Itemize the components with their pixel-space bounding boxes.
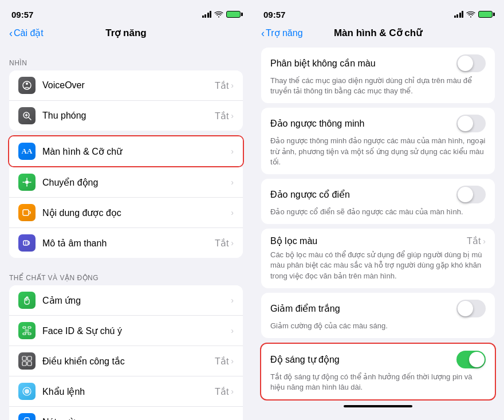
spoken-svg bbox=[22, 207, 32, 218]
color-filter-desc: Các bộ lọc màu có thể được sử dụng để gi… bbox=[270, 250, 486, 281]
siri-value: Tắt bbox=[215, 386, 229, 397]
touch-chevron-icon: › bbox=[231, 296, 234, 305]
zoom-svg bbox=[22, 111, 32, 121]
spoken-label: Nội dung được đọc bbox=[42, 207, 231, 218]
touch-icon bbox=[18, 292, 36, 309]
zoom-row[interactable]: Thu phóng Tắt › bbox=[9, 101, 243, 131]
switch-value: Tắt bbox=[215, 356, 229, 367]
spoken-icon bbox=[18, 204, 36, 221]
classic-invert-row: Đảo ngược cổ điển bbox=[270, 186, 486, 203]
display-highlighted-row[interactable]: AA Màn hình & Cỡ chữ › bbox=[8, 135, 244, 167]
reduce-white-item: Giảm điểm trắng Giảm cường độ của các mà… bbox=[261, 293, 495, 338]
svg-rect-11 bbox=[28, 327, 31, 328]
faceid-chevron-icon: › bbox=[231, 326, 234, 335]
right-nav-title: Màn hình & Cỡ chữ bbox=[334, 27, 422, 39]
color-filter-title: Bộ lọc màu bbox=[270, 235, 317, 246]
left-back-button[interactable]: ‹ Cài đặt bbox=[9, 28, 44, 38]
right-nav-bar: ‹ Trợ năng Màn hình & Cỡ chữ bbox=[252, 25, 504, 43]
zoom-label: Thu phóng bbox=[42, 111, 215, 121]
voiceover-chevron-icon: › bbox=[231, 81, 234, 90]
auto-brightness-row: Độ sáng tự động bbox=[270, 351, 486, 368]
touch-row[interactable]: Cảm ứng › bbox=[9, 285, 243, 316]
left-back-chevron-icon: ‹ bbox=[9, 28, 13, 38]
motion-row[interactable]: Chuyển động › bbox=[9, 167, 243, 198]
right-wifi-icon bbox=[466, 11, 475, 18]
svg-rect-7 bbox=[23, 210, 29, 215]
smart-invert-toggle[interactable] bbox=[456, 115, 486, 132]
battery-icon bbox=[226, 11, 241, 18]
switch-svg bbox=[22, 356, 32, 366]
color-filter-item[interactable]: Bộ lọc màu Tắt › Các bộ lọc màu có thể đ… bbox=[261, 229, 495, 288]
smart-invert-item: Đảo ngược thông minh Đảo ngược thông min… bbox=[261, 108, 495, 174]
touch-label: Cảm ứng bbox=[42, 295, 231, 306]
faceid-row[interactable]: Face ID & Sự chú ý › bbox=[9, 316, 243, 346]
color-filter-row: Bộ lọc màu Tắt › bbox=[270, 235, 486, 246]
reduce-white-toggle[interactable] bbox=[456, 300, 486, 317]
right-status-bar: 09:57 bbox=[252, 0, 504, 25]
color-blind-item: Phân biệt không cần màu Thay thế các mục… bbox=[261, 48, 495, 103]
color-blind-toggle[interactable] bbox=[456, 54, 486, 72]
auto-brightness-desc: Tắt độ sáng tự động có thể ảnh hưởng đến… bbox=[270, 372, 486, 392]
right-status-icons bbox=[454, 11, 493, 18]
faceid-label: Face ID & Sự chú ý bbox=[42, 325, 231, 336]
auto-brightness-toggle-thumb bbox=[469, 352, 485, 367]
nhin-group-2: Chuyển động › Nội dung được đọc › bbox=[9, 167, 243, 258]
voiceover-icon bbox=[18, 77, 36, 94]
switch-icon bbox=[18, 352, 36, 370]
sidebutton-chevron-icon: › bbox=[231, 417, 234, 420]
siri-icon bbox=[18, 383, 36, 400]
voiceover-label: VoiceOver bbox=[42, 80, 215, 91]
faceid-svg bbox=[22, 325, 32, 336]
svg-line-3 bbox=[29, 117, 31, 120]
left-status-bar: 09:57 bbox=[0, 0, 252, 25]
left-content: NHÌN VoiceOver Tắt › bbox=[0, 43, 252, 420]
zoom-value: Tắt bbox=[215, 111, 229, 121]
svg-rect-23 bbox=[25, 418, 29, 420]
svg-point-6 bbox=[25, 180, 29, 184]
right-content: Phân biệt không cần màu Thay thế các mục… bbox=[252, 43, 504, 420]
spoken-chevron-icon: › bbox=[231, 208, 234, 217]
svg-rect-13 bbox=[28, 333, 31, 335]
auto-brightness-toggle[interactable] bbox=[456, 351, 486, 368]
motion-chevron-icon: › bbox=[231, 178, 234, 187]
left-nav-bar: ‹ Cài đặt Trợ năng bbox=[0, 25, 252, 43]
motion-label: Chuyển động bbox=[42, 177, 231, 188]
left-panel: 09:57 ‹ Cài đặt Trợ năng NHÌN bbox=[0, 0, 252, 420]
classic-invert-toggle-thumb bbox=[458, 187, 473, 202]
spoken-row[interactable]: Nội dung được đọc › bbox=[9, 198, 243, 228]
reduce-white-title: Giảm điểm trắng bbox=[270, 303, 340, 314]
switch-label: Điều khiển công tắc bbox=[42, 356, 215, 367]
zoom-icon bbox=[18, 107, 36, 124]
color-blind-title: Phân biệt không cần màu bbox=[270, 58, 376, 69]
audio-desc-row[interactable]: Mô tả âm thanh Tắt › bbox=[9, 228, 243, 258]
right-back-button[interactable]: ‹ Trợ năng bbox=[261, 28, 303, 38]
voiceover-svg bbox=[22, 80, 32, 91]
voiceover-row[interactable]: VoiceOver Tắt › bbox=[9, 70, 243, 101]
smart-invert-title: Đảo ngược thông minh bbox=[270, 118, 364, 129]
color-blind-toggle-thumb bbox=[458, 56, 473, 71]
left-status-icons bbox=[202, 11, 241, 18]
svg-point-1 bbox=[26, 83, 28, 85]
svg-point-15 bbox=[28, 329, 29, 331]
display-icon: AA bbox=[18, 143, 36, 160]
right-time: 09:57 bbox=[263, 10, 285, 19]
left-back-label: Cài đặt bbox=[14, 28, 44, 38]
right-back-label: Trợ năng bbox=[266, 28, 303, 38]
signal-icon bbox=[202, 11, 212, 18]
display-row[interactable]: AA Màn hình & Cỡ chữ › bbox=[9, 136, 243, 166]
siri-row[interactable]: Khẩu lệnh Tắt › bbox=[9, 376, 243, 407]
svg-rect-12 bbox=[23, 333, 26, 335]
svg-rect-10 bbox=[23, 327, 26, 328]
display-label: Màn hình & Cỡ chữ bbox=[42, 146, 231, 157]
right-battery-icon bbox=[478, 11, 493, 18]
switch-row[interactable]: Điều khiển công tắc Tắt › bbox=[9, 346, 243, 376]
classic-invert-toggle[interactable] bbox=[456, 186, 486, 203]
color-filter-value: Tắt bbox=[467, 235, 481, 246]
sidebutton-row[interactable]: Nút sườn › bbox=[9, 407, 243, 420]
motion-icon bbox=[18, 174, 36, 191]
siri-label: Khẩu lệnh bbox=[42, 386, 215, 397]
siri-svg bbox=[22, 386, 32, 397]
motion-svg bbox=[22, 177, 32, 187]
svg-point-14 bbox=[25, 329, 26, 331]
sidebutton-label: Nút sườn bbox=[42, 417, 231, 421]
